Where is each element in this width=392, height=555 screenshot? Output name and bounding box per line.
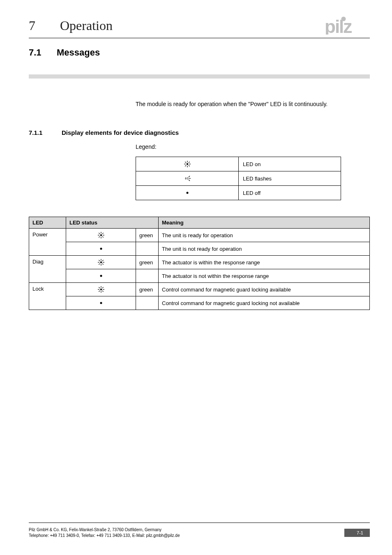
led-off-icon xyxy=(136,186,239,200)
led-name: Power xyxy=(29,229,66,256)
legend-meaning: LED flashes xyxy=(239,171,341,186)
led-meaning: Control command for magnetic guard locki… xyxy=(159,296,370,310)
led-on-icon xyxy=(66,229,136,242)
led-on-icon xyxy=(136,157,239,171)
footer-rule xyxy=(29,523,370,523)
section-bar xyxy=(29,74,370,79)
page-footer: Pilz GmbH & Co. KG, Felix-Wankel-Straße … xyxy=(29,523,370,539)
subsection-number: 7.1.1 xyxy=(29,129,50,136)
status-table: LED LED status Meaning PowergreenThe uni… xyxy=(29,217,370,310)
section-number: 7.1 xyxy=(29,47,45,58)
legend-row: LED flashes xyxy=(136,171,341,186)
led-color xyxy=(136,269,159,283)
subsection-title: Display elements for device diagnostics xyxy=(62,129,179,136)
led-color xyxy=(136,242,159,256)
led-flashes-icon xyxy=(136,171,239,186)
table-row: PowergreenThe unit is ready for operatio… xyxy=(29,229,370,242)
legend-meaning: LED off xyxy=(239,186,341,200)
col-led: LED xyxy=(29,217,66,229)
table-row: DiaggreenThe actuator is within the resp… xyxy=(29,256,370,269)
intro-paragraph: The module is ready for operation when t… xyxy=(136,100,345,109)
led-color xyxy=(136,296,159,310)
section-title: Messages xyxy=(57,47,100,58)
led-color: green xyxy=(136,283,159,296)
chapter-number: 7 xyxy=(29,18,45,33)
legend-label: Legend: xyxy=(136,143,345,150)
table-row: LockgreenControl command for magnetic gu… xyxy=(29,283,370,296)
pilz-logo: pilz xyxy=(325,16,370,35)
chapter-heading: 7 Operation xyxy=(29,18,113,33)
page-number: 7-1 xyxy=(344,529,370,537)
subsection-heading: 7.1.1 Display elements for device diagno… xyxy=(29,129,370,136)
col-meaning: Meaning xyxy=(159,217,370,229)
header-rule xyxy=(29,38,370,38)
led-on-icon xyxy=(66,256,136,269)
led-name: Diag xyxy=(29,256,66,283)
led-color: green xyxy=(136,256,159,269)
led-meaning: The unit is not ready for operation xyxy=(159,242,370,256)
col-status: LED status xyxy=(66,217,159,229)
led-color: green xyxy=(136,229,159,242)
led-off-icon xyxy=(66,242,136,256)
legend-meaning: LED on xyxy=(239,157,341,171)
section-heading: 7.1 Messages xyxy=(29,47,370,58)
led-off-icon xyxy=(66,269,136,283)
led-on-icon xyxy=(66,283,136,296)
led-off-icon xyxy=(66,296,136,310)
page-header: 7 Operation pilz xyxy=(29,18,370,35)
table-row: The unit is not ready for operation xyxy=(29,242,370,256)
led-meaning: The unit is ready for operation xyxy=(159,229,370,242)
legend-row: LED on xyxy=(136,157,341,171)
led-meaning: Control command for magnetic guard locki… xyxy=(159,283,370,296)
footer-address: Pilz GmbH & Co. KG, Felix-Wankel-Straße … xyxy=(29,527,180,539)
chapter-title: Operation xyxy=(60,18,113,33)
legend-row: LED off xyxy=(136,186,341,200)
legend-table: LED onLED flashesLED off xyxy=(136,157,341,200)
led-meaning: The actuator is not within the response … xyxy=(159,269,370,283)
table-row: Control command for magnetic guard locki… xyxy=(29,296,370,310)
table-row: The actuator is not within the response … xyxy=(29,269,370,283)
svg-text:pilz: pilz xyxy=(325,16,352,35)
led-name: Lock xyxy=(29,283,66,310)
led-meaning: The actuator is within the response rang… xyxy=(159,256,370,269)
